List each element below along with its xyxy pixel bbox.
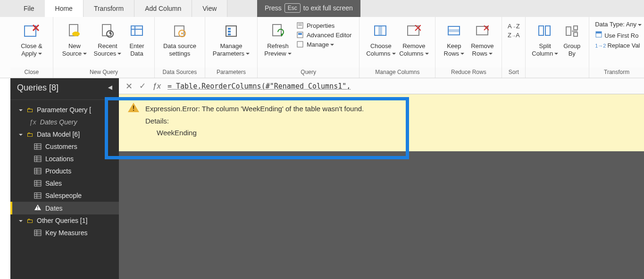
close-apply-button[interactable]: Close & Apply xyxy=(15,20,48,59)
svg-rect-0 xyxy=(25,26,36,36)
tab-transform[interactable]: Transform xyxy=(84,0,134,17)
sort-desc-button[interactable]: Z→A xyxy=(508,32,520,39)
replace-values-label: Replace Val xyxy=(607,42,640,49)
products-label: Products xyxy=(45,167,71,175)
refresh-icon xyxy=(271,22,285,41)
folder-parameter-query[interactable]: 🗀 Parameter Query [ xyxy=(10,104,119,116)
manage-query-button[interactable]: Manage xyxy=(296,41,351,48)
advanced-editor-label: Advanced Editor xyxy=(307,32,351,39)
group-by-button[interactable]: Group By xyxy=(560,20,584,59)
remove-rows-button[interactable]: Remove Rows xyxy=(468,20,497,59)
manage-icon xyxy=(296,41,304,48)
svg-rect-56 xyxy=(34,181,41,186)
remove-columns-button[interactable]: Remove Columns xyxy=(397,20,430,59)
properties-button[interactable]: Properties xyxy=(296,22,351,29)
sales-label: Sales xyxy=(45,180,62,187)
sort-asc-icon: A→Z xyxy=(508,23,520,30)
query-key-measures[interactable]: Key Measures xyxy=(10,227,119,239)
formula-cancel-icon[interactable]: ✕ xyxy=(125,81,133,91)
new-source-button[interactable]: New Source xyxy=(58,20,91,59)
key-measures-label: Key Measures xyxy=(45,229,87,237)
query-customers[interactable]: Customers xyxy=(10,140,119,153)
ribbon-group-new-query: New Source Recent Sources Enter Data New… xyxy=(53,17,155,78)
query-dates[interactable]: ! Dates xyxy=(10,202,119,214)
enter-data-icon xyxy=(130,22,143,41)
tab-view[interactable]: View xyxy=(192,0,227,17)
formula-commit-icon[interactable]: ✓ xyxy=(139,81,146,91)
svg-rect-60 xyxy=(34,193,41,198)
warning-icon: ! xyxy=(34,204,42,212)
esc-key: Esc xyxy=(284,3,301,13)
error-details-label: Details: xyxy=(145,115,635,127)
error-message: Expression.Error: The column 'WeekEnding… xyxy=(145,103,635,115)
enter-data-button[interactable]: Enter Data xyxy=(124,20,150,59)
recent-sources-button[interactable]: Recent Sources xyxy=(91,20,124,59)
keep-rows-button[interactable]: Keep Rows xyxy=(440,20,468,59)
formula-text[interactable]: = Table.ReorderColumns(#"Renamed Columns… xyxy=(167,82,351,90)
tab-home[interactable]: Home xyxy=(45,0,84,17)
group-label-parameters: Parameters xyxy=(205,67,257,78)
folder-other-queries[interactable]: 🗀 Other Queries [1] xyxy=(10,214,119,227)
first-row-label: Use First Ro xyxy=(604,32,638,39)
sort-asc-button[interactable]: A→Z xyxy=(508,23,520,30)
remove-rows-icon xyxy=(476,22,489,41)
svg-point-14 xyxy=(181,33,183,34)
sort-desc-icon: Z→A xyxy=(508,32,520,39)
salespeople-label: Salespeople xyxy=(45,192,82,199)
group-by-icon xyxy=(565,22,578,41)
remove-columns-icon xyxy=(407,22,421,41)
fx-icon[interactable]: ƒx xyxy=(152,82,161,91)
tab-add-column[interactable]: Add Column xyxy=(134,0,192,17)
svg-rect-28 xyxy=(378,26,382,35)
ribbon-group-reduce-rows: Keep Rows Remove Rows Reduce Rows xyxy=(435,17,502,78)
folder-data-model[interactable]: 🗀 Data Model [6] xyxy=(10,128,119,140)
customers-label: Customers xyxy=(45,143,77,150)
svg-rect-44 xyxy=(34,144,41,149)
refresh-preview-button[interactable]: Refresh Preview xyxy=(262,20,293,59)
data-source-settings-button[interactable]: Data source settings xyxy=(159,20,200,59)
data-source-settings-label: Data source settings xyxy=(163,42,196,57)
close-apply-label: Close & Apply xyxy=(21,42,42,57)
ribbon-group-data-sources: Data source settings Data Sources xyxy=(155,17,205,78)
query-salespeople[interactable]: Salespeople xyxy=(10,189,119,202)
group-label-close: Close xyxy=(10,67,53,78)
table-icon xyxy=(34,230,42,236)
advanced-editor-button[interactable]: Advanced Editor xyxy=(296,31,351,39)
group-label-query: Query xyxy=(258,67,359,78)
queries-sidebar: Queries [8] ▶ 🗀 Parameter Query [ ƒx Dat… xyxy=(10,78,119,279)
svg-rect-19 xyxy=(273,25,281,36)
group-label-reduce-rows: Reduce Rows xyxy=(435,67,502,78)
query-sales[interactable]: Sales xyxy=(10,177,119,189)
choose-columns-label: Choose Columns xyxy=(366,42,395,57)
error-panel: Expression.Error: The column 'WeekEnding… xyxy=(119,94,644,151)
svg-rect-25 xyxy=(298,33,302,35)
remove-columns-label: Remove Columns xyxy=(399,42,428,57)
choose-columns-button[interactable]: Choose Columns xyxy=(364,20,397,59)
split-column-label: Split Column xyxy=(532,42,558,57)
svg-rect-72 xyxy=(133,110,134,111)
use-first-row-button[interactable]: Use First Ro xyxy=(595,31,641,39)
replace-values-button[interactable]: 1→2Replace Val xyxy=(595,42,641,49)
keep-rows-label: Keep Rows xyxy=(444,42,465,57)
queries-tree: 🗀 Parameter Query [ ƒx Dates Query 🗀 Dat… xyxy=(10,100,119,239)
properties-label: Properties xyxy=(307,22,335,29)
split-column-button[interactable]: Split Column xyxy=(530,20,560,59)
formula-bar[interactable]: ✕ ✓ ƒx = Table.ReorderColumns(#"Renamed … xyxy=(119,78,644,94)
query-locations[interactable]: Locations xyxy=(10,153,119,165)
collapse-sidebar-icon[interactable]: ▶ xyxy=(108,85,112,91)
folder-icon: 🗀 xyxy=(26,131,33,138)
manage-parameters-button[interactable]: Manage Parameters xyxy=(210,20,252,59)
data-type-button[interactable]: Data Type: Any xyxy=(595,21,641,28)
dates-label: Dates xyxy=(45,205,63,212)
close-apply-icon xyxy=(24,22,40,41)
overlay-post: to exit full screen xyxy=(303,4,353,12)
fx-icon: ƒx xyxy=(29,118,36,126)
replace-icon: 1→2 xyxy=(595,43,606,49)
group-label-data-sources: Data Sources xyxy=(155,67,205,78)
query-products[interactable]: Products xyxy=(10,165,119,177)
remove-rows-label: Remove Rows xyxy=(471,42,493,57)
ribbon-group-manage-columns: Choose Columns Remove Columns Manage Col… xyxy=(360,17,435,78)
tab-file[interactable]: File xyxy=(13,0,45,17)
dates-query-item[interactable]: ƒx Dates Query xyxy=(10,116,119,128)
svg-rect-9 xyxy=(131,26,142,35)
